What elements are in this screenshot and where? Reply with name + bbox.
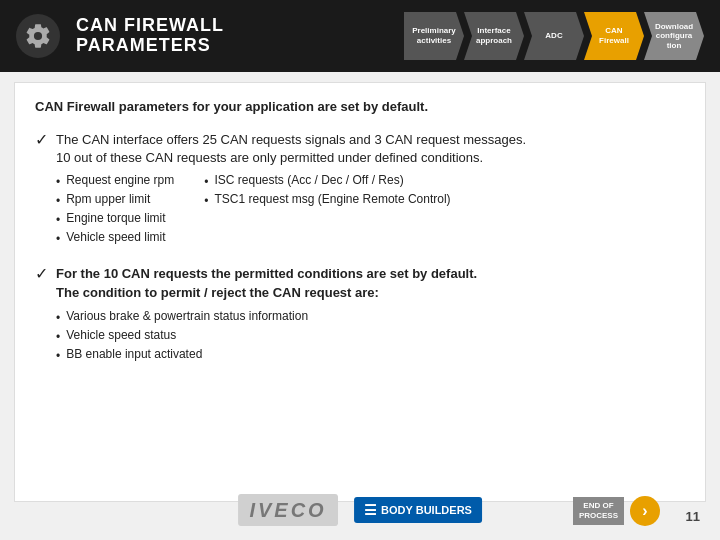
section-2: ✓ For the 10 CAN requests the permitted … [35,264,685,363]
bullet-text: Various brake & powertrain status inform… [66,309,308,323]
bullet-text: ISC requests (Acc / Dec / Off / Res) [214,173,403,187]
gear-icon [16,14,60,58]
bullet-item: • Vehicle speed status [56,328,685,344]
intro-text: CAN Firewall parameters for your applica… [35,99,685,114]
bullet-dot: • [204,175,208,189]
bullet-dot: • [56,330,60,344]
header-title: CAN FIREWALL [76,16,224,36]
bullet-dot: • [56,311,60,325]
svg-text:IVECO: IVECO [249,499,326,521]
bullet-dot: • [56,175,60,189]
bullet-item: • Rpm upper limit [56,192,174,208]
checkmark-2: ✓ [35,264,48,283]
bullet-item: • ISC requests (Acc / Dec / Off / Res) [204,173,450,189]
section-1-content: The CAN interface offers 25 CAN requests… [56,130,685,246]
section-2-line2: The condition to permit / reject the CAN… [56,283,685,303]
step-adc[interactable]: ADC [524,12,584,60]
step-can-firewall-label: CANFirewall [599,26,629,45]
bullet-text: TSC1 request msg (Engine Remote Control) [214,192,450,206]
body-builders-icon: ☰ [364,502,377,518]
iveco-logo: IVECO [238,494,338,526]
gear-svg [24,22,52,50]
bullet-dot: • [56,194,60,208]
section-2-content: For the 10 CAN requests the permitted co… [56,264,685,363]
bullet-item: • Various brake & powertrain status info… [56,309,685,325]
bullet-text: Engine torque limit [66,211,165,225]
bodybuilders-logo: ☰ BODY BUILDERS [354,497,482,523]
bullet-dot: • [56,213,60,227]
header-title-block: CAN FIREWALL PARAMETERS [76,16,224,57]
header-subtitle: PARAMETERS [76,35,224,56]
bullet-item: • Request engine rpm [56,173,174,189]
section-1-bullets: • Request engine rpm • Rpm upper limit •… [56,173,685,246]
section-1-line2: 10 out of these CAN requests are only pe… [56,150,685,165]
section-2-bullets: • Various brake & powertrain status info… [56,309,685,363]
bodybuilders-text: BODY BUILDERS [381,504,472,516]
end-process-arrow[interactable]: › [630,496,660,526]
step-download-label: Downloadconfiguration [655,22,693,51]
step-download[interactable]: Downloadconfiguration [644,12,704,60]
step-adc-label: ADC [545,31,562,41]
bullet-text: Vehicle speed status [66,328,176,342]
bullet-text: Vehicle speed limit [66,230,165,244]
bullet-dot: • [56,232,60,246]
progress-steps: Preliminaryactivities Interfaceapproach … [404,12,704,60]
bullet-dot: • [204,194,208,208]
bullet-col-left: • Request engine rpm • Rpm upper limit •… [56,173,174,246]
bullet-text: Rpm upper limit [66,192,150,206]
page-number: 11 [686,509,700,524]
bullet-dot: • [56,349,60,363]
checkmark-1: ✓ [35,130,48,149]
bullet-item: • BB enable input activated [56,347,685,363]
end-process-area: END OFPROCESS › [573,496,660,526]
main-content: CAN Firewall parameters for your applica… [14,82,706,502]
iveco-svg: IVECO [238,494,338,526]
bullet-item: • Engine torque limit [56,211,174,227]
logos-area: IVECO ☰ BODY BUILDERS [238,494,482,526]
header: CAN FIREWALL PARAMETERS Preliminaryactiv… [0,0,720,72]
step-preliminary-label: Preliminaryactivities [412,26,456,45]
end-process-label: END OFPROCESS [573,497,624,524]
section-1-line1: The CAN interface offers 25 CAN requests… [56,130,685,150]
step-interface[interactable]: Interfaceapproach [464,12,524,60]
step-can-firewall[interactable]: CANFirewall [584,12,644,60]
step-preliminary[interactable]: Preliminaryactivities [404,12,464,60]
section-2-line1: For the 10 CAN requests the permitted co… [56,264,685,284]
bullet-col-right: • ISC requests (Acc / Dec / Off / Res) •… [204,173,450,246]
bullet-item: • TSC1 request msg (Engine Remote Contro… [204,192,450,208]
bullet-text: BB enable input activated [66,347,202,361]
section-1: ✓ The CAN interface offers 25 CAN reques… [35,130,685,246]
step-interface-label: Interfaceapproach [476,26,512,45]
bullet-text: Request engine rpm [66,173,174,187]
bullet-item: • Vehicle speed limit [56,230,174,246]
